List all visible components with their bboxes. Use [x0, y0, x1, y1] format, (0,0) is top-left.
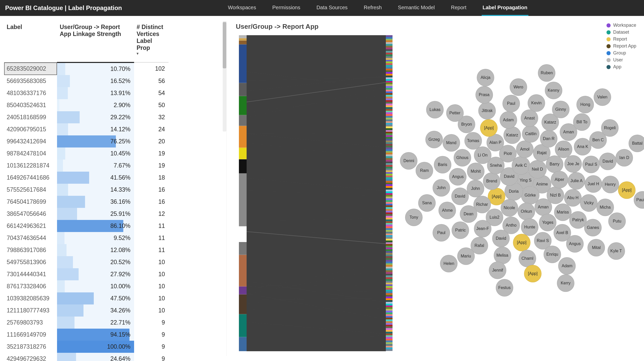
graph-node-user[interactable]: Ginny	[552, 101, 570, 118]
sankey-target-node[interactable]	[386, 95, 393, 97]
sankey-source-node[interactable]	[239, 38, 247, 41]
sankey-target-node[interactable]	[386, 319, 393, 321]
sankey-target-node[interactable]	[386, 218, 393, 219]
graph-node-user[interactable]: Paul	[502, 95, 520, 112]
sankey-target-node[interactable]	[386, 330, 393, 332]
graph-node-user[interactable]: Brend	[483, 172, 500, 190]
sankey-target-node[interactable]	[386, 321, 393, 323]
sankey-target-node[interactable]	[386, 260, 393, 262]
sankey-target-node[interactable]	[386, 79, 393, 81]
graph-node-user[interactable]: Mariss	[554, 203, 572, 221]
sankey-target-node[interactable]	[386, 281, 393, 283]
sankey-target-node[interactable]	[386, 291, 393, 293]
graph-node-user[interactable]: Alicja	[477, 69, 494, 86]
sankey-target-node[interactable]	[386, 335, 393, 337]
graph-node-user[interactable]: Jittrak	[478, 102, 496, 119]
sankey-target-node[interactable]	[386, 77, 393, 79]
table-row[interactable]: 10136122818747.67%19	[4, 160, 169, 172]
sankey-target-node[interactable]	[386, 191, 393, 193]
graph-node-user[interactable]: Putu	[608, 212, 626, 230]
sankey-target-node[interactable]	[386, 39, 393, 41]
graph-node-user[interactable]: Prasa	[475, 86, 493, 104]
table-row[interactable]: 42949672963224.64%9	[4, 353, 169, 361]
sankey-target-node[interactable]	[386, 240, 393, 242]
sankey-target-node[interactable]	[386, 247, 393, 249]
sankey-target-node[interactable]	[386, 242, 393, 244]
sankey-target-node[interactable]	[386, 298, 393, 300]
sankey-target-node[interactable]	[386, 228, 393, 230]
graph-node-user[interactable]: Patric	[452, 221, 469, 239]
table-row[interactable]: 103938208563947.50%10	[4, 292, 169, 304]
graph-node-user[interactable]: Sana	[418, 194, 436, 212]
sankey-target-node[interactable]	[386, 251, 393, 253]
sankey-target-node[interactable]	[386, 344, 393, 346]
table-row[interactable]: 73014444034127.92%10	[4, 268, 169, 280]
sankey-target-node[interactable]	[386, 65, 393, 67]
graph-node-user[interactable]: Kenny	[545, 82, 562, 99]
sankey-target-node[interactable]	[386, 306, 393, 307]
sankey-target-node[interactable]	[386, 88, 393, 90]
sankey-target-node[interactable]	[386, 98, 393, 100]
sankey-target-node[interactable]	[386, 237, 393, 239]
graph-node-user[interactable]: Ian D	[615, 149, 633, 166]
sankey-target-node[interactable]	[386, 107, 393, 109]
graph-node-user[interactable]: Caitlin	[522, 125, 539, 143]
legend-item[interactable]: Group	[606, 50, 636, 56]
sankey-target-node[interactable]	[386, 153, 393, 154]
sankey-target-node[interactable]	[386, 253, 393, 255]
sankey-target-node[interactable]	[386, 116, 393, 118]
sankey-target-node[interactable]	[386, 111, 393, 113]
table-row[interactable]: 11166914970994.15%9	[4, 329, 169, 341]
sankey-target-node[interactable]	[386, 137, 393, 139]
graph-node-user[interactable]: Bill To	[573, 113, 591, 131]
sankey-target-node[interactable]	[386, 277, 393, 279]
sankey-target-node[interactable]	[386, 175, 393, 177]
sankey-target-node[interactable]	[386, 216, 393, 218]
sankey-target-node[interactable]	[386, 139, 393, 141]
sankey-target-node[interactable]	[386, 82, 393, 84]
sankey-target-node[interactable]	[386, 288, 393, 290]
sankey-target-node[interactable]	[386, 70, 393, 72]
graph-node-user[interactable]: Barry	[546, 155, 563, 173]
sankey-target-node[interactable]	[386, 316, 393, 318]
sankey-target-node[interactable]	[386, 249, 393, 251]
table-row[interactable]: 65283502900210.70%102	[4, 62, 169, 75]
sankey-target-node[interactable]	[386, 300, 393, 302]
sankey-target-node[interactable]	[386, 147, 393, 149]
col-header-label[interactable]: Label	[4, 21, 57, 62]
table-row[interactable]: 164926744168641.56%18	[4, 172, 169, 184]
sankey-target-node[interactable]	[386, 162, 393, 163]
sankey-source-node[interactable]	[239, 173, 247, 226]
sankey-target-node[interactable]	[386, 97, 393, 98]
sankey-target-node[interactable]	[386, 130, 393, 132]
graph-node-user[interactable]: Jennif	[489, 262, 506, 279]
sankey-target-node[interactable]	[386, 212, 393, 214]
graph-node-user[interactable]: Yoges	[539, 214, 556, 231]
graph-node-user[interactable]: Amol	[516, 141, 534, 158]
sankey-target-node[interactable]	[386, 51, 393, 53]
sankey-target-node[interactable]	[386, 339, 393, 340]
sankey-target-node[interactable]	[386, 334, 393, 335]
sankey-target-node[interactable]	[386, 149, 393, 151]
graph-node-user[interactable]: Angus	[449, 168, 466, 186]
graph-node-user[interactable]: Paul P	[634, 191, 644, 209]
table-row[interactable]: 99643241269476.25%20	[4, 135, 169, 147]
sankey-target-node[interactable]	[386, 60, 393, 62]
nav-item-report[interactable]: Report	[450, 0, 468, 16]
sankey-target-node[interactable]	[386, 56, 393, 58]
nav-item-semantic-model[interactable]: Semantic Model	[397, 0, 436, 16]
sankey-target-node[interactable]	[386, 141, 393, 142]
sankey-target-node[interactable]	[386, 307, 393, 309]
graph-node-user[interactable]: Denni	[400, 152, 417, 170]
sankey-target-node[interactable]	[386, 81, 393, 83]
sankey-target-node[interactable]	[386, 144, 393, 146]
sankey-target-node[interactable]	[386, 177, 393, 179]
sankey-target-node[interactable]	[386, 267, 393, 269]
graph-node-user[interactable]: Alison	[555, 141, 572, 158]
graph-node-user[interactable]: Ruben	[538, 64, 555, 82]
graph-node-user[interactable]: Petter	[446, 104, 464, 122]
table-row[interactable]: 2576980379322.71%9	[4, 317, 169, 329]
sankey-target-node[interactable]	[386, 118, 393, 119]
graph-node-user[interactable]: Hong	[576, 96, 594, 113]
nav-item-workspaces[interactable]: Workspaces	[227, 0, 257, 16]
